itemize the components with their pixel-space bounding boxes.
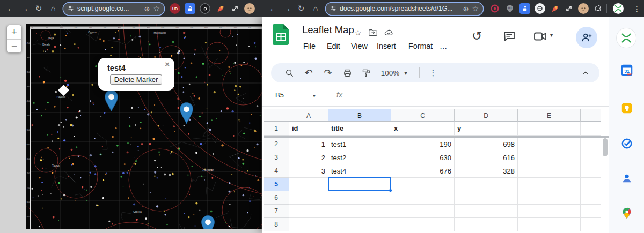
cell-F5[interactable] (581, 178, 601, 191)
delete-marker-button[interactable]: Delete Marker (110, 74, 162, 85)
cell-C1[interactable]: x (391, 122, 455, 136)
zoom-out-button[interactable]: − (7, 39, 21, 52)
menu-view[interactable]: View (351, 42, 368, 54)
cell-D6[interactable] (455, 191, 518, 205)
doc-title[interactable]: Leaflet Map (302, 24, 354, 36)
cell-F8[interactable] (581, 218, 601, 231)
vertical-scrollbar[interactable] (603, 138, 608, 156)
map-marker-3[interactable] (201, 215, 215, 229)
cell-E6[interactable] (518, 191, 581, 205)
chrome-menu-icon[interactable]: ⋮ (633, 0, 641, 17)
menu-insert[interactable]: Insert (377, 42, 396, 54)
cell-A6[interactable] (289, 191, 328, 205)
cell-A8[interactable] (289, 218, 328, 231)
home-button[interactable]: ⌂ (47, 0, 60, 17)
meet-camera-icon[interactable] (533, 30, 547, 43)
bookmark-star-icon[interactable]: ☆ (472, 4, 479, 13)
calendar-icon[interactable]: 31 (621, 64, 633, 76)
cell-A3[interactable]: 2 (289, 151, 328, 164)
row-header-7[interactable]: 7 (264, 205, 289, 218)
cell-B1[interactable]: title (328, 122, 391, 136)
reload-button[interactable]: ↻ (32, 0, 45, 17)
cell-A7[interactable] (289, 205, 328, 218)
undo-icon[interactable]: ↶ (302, 63, 315, 82)
share-button[interactable] (576, 27, 597, 48)
contacts-icon[interactable] (621, 172, 633, 184)
cell-E7[interactable] (518, 205, 581, 218)
cell-E8[interactable] (518, 218, 581, 231)
namebox-caret-icon[interactable]: ▾ (313, 93, 316, 99)
column-header-B[interactable]: B (328, 109, 391, 122)
cell-B7[interactable] (328, 205, 391, 218)
cloud-saved-icon[interactable] (384, 29, 393, 36)
extension-resize-arrows-icon[interactable] (564, 3, 574, 14)
cell-D7[interactable] (455, 205, 518, 218)
cell-A1[interactable]: id (289, 122, 328, 136)
cell-E4[interactable] (518, 164, 581, 178)
extension-avatar-icon[interactable] (578, 3, 589, 14)
back-button-right[interactable]: ← (267, 0, 280, 17)
spreadsheet-grid[interactable]: ABCDE1idtitlexy21test119069832test263061… (264, 109, 609, 233)
select-all-corner[interactable] (264, 109, 289, 122)
cell-C2[interactable]: 190 (391, 138, 455, 151)
row-header-8[interactable]: 8 (264, 218, 289, 231)
menu-format[interactable]: Format (408, 42, 433, 54)
row-header-4[interactable]: 4 (264, 164, 289, 178)
row-header-1[interactable]: 1 (264, 122, 289, 136)
cell-F3[interactable] (581, 151, 601, 164)
cell-C5[interactable] (391, 178, 455, 191)
forward-button-right[interactable]: → (281, 0, 294, 17)
extension-dark-circle-icon[interactable] (200, 3, 210, 14)
keep-icon[interactable] (621, 102, 633, 114)
cell-F1[interactable] (581, 122, 601, 136)
cell-C3[interactable]: 630 (391, 151, 455, 164)
column-header-partial[interactable] (581, 109, 601, 122)
cell-D1[interactable]: y (455, 122, 518, 136)
cell-F7[interactable] (581, 205, 601, 218)
cell-B4[interactable]: test4 (328, 164, 391, 178)
cell-C4[interactable]: 676 (391, 164, 455, 178)
camera-caret-icon[interactable]: ▾ (550, 32, 553, 38)
row-header-3[interactable]: 3 (264, 151, 289, 164)
cell-C6[interactable] (391, 191, 455, 205)
extensions-puzzle-icon[interactable] (592, 3, 603, 14)
extension-feather-icon[interactable] (215, 3, 225, 14)
tasks-icon[interactable] (621, 138, 633, 149)
profile-avatar-icon[interactable] (613, 3, 624, 14)
maps-icon[interactable] (621, 207, 633, 219)
active-cell-selection[interactable] (328, 177, 391, 191)
cell-B6[interactable] (328, 191, 391, 205)
extension-password-shield-icon[interactable] (185, 3, 195, 14)
cell-C7[interactable] (391, 205, 455, 218)
cell-A2[interactable]: 1 (289, 138, 328, 151)
cell-D3[interactable]: 616 (455, 151, 518, 164)
popup-close-icon[interactable]: × (165, 60, 170, 69)
address-bar-right[interactable]: docs.google.com/spreadsheets/d/1G... ⊕ ☆ (326, 3, 483, 15)
menu-overflow[interactable]: … (440, 42, 447, 54)
extension-resize-arrows-icon[interactable] (230, 3, 240, 14)
column-header-E[interactable]: E (518, 109, 581, 122)
extension-ud-shield-icon[interactable]: UD (504, 3, 515, 14)
cell-E3[interactable] (518, 151, 581, 164)
move-folder-icon[interactable] (369, 29, 377, 36)
cell-C8[interactable] (391, 218, 455, 231)
extension-dark-circle-icon[interactable] (535, 3, 545, 14)
column-header-C[interactable]: C (391, 109, 455, 122)
paint-format-icon[interactable] (360, 63, 372, 82)
search-icon[interactable] (283, 63, 296, 82)
comments-icon[interactable] (503, 30, 516, 43)
account-avatar[interactable] (617, 28, 636, 48)
fill-handle[interactable] (389, 189, 392, 192)
toolbar-overflow-icon[interactable]: ⋮ (428, 63, 438, 82)
bookmark-star-icon[interactable]: ☆ (153, 4, 160, 13)
cell-F4[interactable] (581, 164, 601, 178)
leaflet-map[interactable]: 0501001502002503003504004505005506006507… (26, 24, 262, 229)
cell-B8[interactable] (328, 218, 391, 231)
column-header-D[interactable]: D (455, 109, 518, 122)
zoom-page-icon[interactable]: ⊕ (144, 5, 150, 13)
back-button[interactable]: ← (4, 0, 17, 17)
version-history-icon[interactable]: ↺ (472, 29, 482, 43)
menu-edit[interactable]: Edit (327, 42, 340, 54)
cell-D4[interactable]: 328 (455, 164, 518, 178)
map-marker-2[interactable] (180, 102, 193, 124)
